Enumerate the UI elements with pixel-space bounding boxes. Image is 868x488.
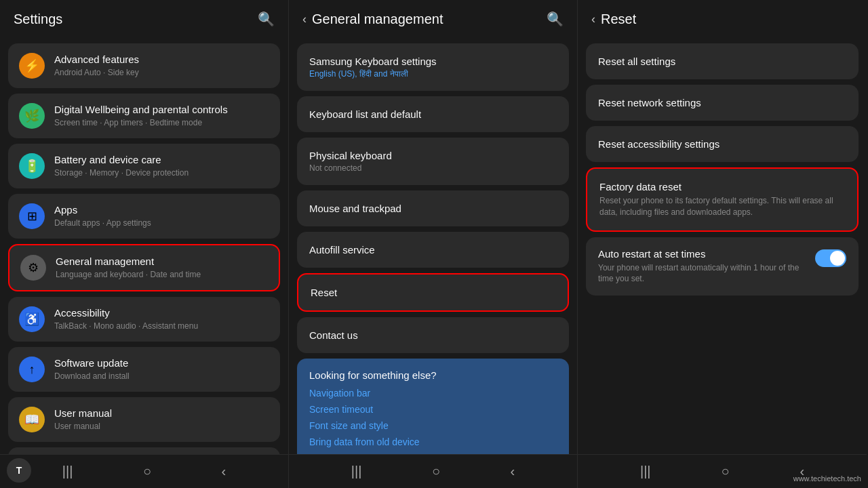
- samsung-keyboard-title: Samsung Keyboard settings: [309, 56, 557, 67]
- sidebar-item-advanced-features[interactable]: ⚡ Advanced features Android Auto · Side …: [8, 43, 280, 88]
- sidebar-item-user-manual[interactable]: 📖 User manual User manual: [8, 397, 280, 442]
- watermark: www.techietech.tech: [793, 474, 861, 483]
- factory-reset-subtitle: Reset your phone to its factory default …: [599, 195, 845, 218]
- accessibility-subtitle: TalkBack · Mono audio · Assistant menu: [54, 321, 269, 332]
- left-panel: Settings 🔍 ⚡ Advanced features Android A…: [0, 0, 289, 488]
- contact-us-title: Contact us: [309, 329, 557, 341]
- menu-item-autofill[interactable]: Autofill service: [297, 232, 569, 268]
- menu-item-physical-keyboard[interactable]: Physical keyboard Not connected: [297, 138, 569, 185]
- apps-title: Apps: [54, 203, 269, 217]
- site-logo: T: [7, 458, 31, 483]
- menu-item-samsung-keyboard[interactable]: Samsung Keyboard settings English (US), …: [297, 43, 569, 91]
- reset-item-reset-all[interactable]: Reset all settings: [586, 43, 859, 79]
- reset-item-reset-network[interactable]: Reset network settings: [586, 85, 859, 121]
- reset-item-reset-accessibility[interactable]: Reset accessibility settings: [586, 126, 859, 162]
- digital-wellbeing-icon: 🌿: [19, 103, 45, 129]
- sidebar-item-general-management[interactable]: ⚙ General management Language and keyboa…: [8, 244, 280, 291]
- left-panel-header: Settings 🔍: [0, 0, 288, 38]
- sidebar-item-battery[interactable]: 🔋 Battery and device care Storage · Memo…: [8, 144, 280, 188]
- general-management-title: General management: [56, 255, 268, 268]
- suggestion-link-2[interactable]: Font size and style: [309, 420, 557, 431]
- accessibility-icon: ♿: [19, 306, 45, 332]
- reset-item-factory-reset[interactable]: Factory data reset Reset your phone to i…: [586, 167, 859, 232]
- sidebar-item-software-update[interactable]: ↑ Software update Download and install: [8, 347, 280, 392]
- middle-nav-bar: ||| ○ ‹: [289, 454, 577, 488]
- mouse-trackpad-title: Mouse and trackpad: [309, 203, 557, 214]
- auto-restart-title: Auto restart at set times: [598, 248, 807, 260]
- right-nav-home-icon[interactable]: ○: [721, 464, 729, 479]
- battery-title: Battery and device care: [54, 153, 269, 167]
- general-management-icon: ⚙: [20, 255, 46, 281]
- middle-panel: ‹ General management 🔍 Samsung Keyboard …: [289, 0, 578, 488]
- advanced-features-icon: ⚡: [19, 53, 45, 79]
- middle-panel-content: Samsung Keyboard settings English (US), …: [289, 38, 577, 454]
- menu-item-mouse-trackpad[interactable]: Mouse and trackpad: [297, 190, 569, 226]
- left-panel-content: ⚡ Advanced features Android Auto · Side …: [0, 38, 288, 454]
- left-panel-title: Settings: [14, 12, 62, 27]
- nav-back-icon[interactable]: ‹: [222, 464, 226, 479]
- middle-nav-recent-icon[interactable]: |||: [351, 464, 362, 479]
- physical-keyboard-subtitle: Not connected: [309, 163, 557, 173]
- right-panel-content: Reset all settings Reset network setting…: [578, 38, 867, 454]
- accessibility-title: Accessibility: [54, 306, 269, 320]
- user-manual-icon: 📖: [19, 407, 45, 432]
- suggestion-title: Looking for something else?: [309, 369, 557, 381]
- general-management-subtitle: Language and keyboard · Date and time: [56, 270, 268, 281]
- left-nav-bar: ||| ○ ‹: [0, 454, 288, 488]
- keyboard-list-title: Keyboard list and default: [309, 108, 557, 120]
- right-back-button[interactable]: ‹: [591, 12, 595, 26]
- right-nav-bar: ||| ○ ‹: [578, 454, 867, 488]
- reset-title: Reset: [311, 287, 555, 298]
- middle-panel-header: ‹ General management 🔍: [289, 0, 577, 38]
- suggestion-link-1[interactable]: Screen timeout: [309, 404, 557, 415]
- advanced-features-subtitle: Android Auto · Side key: [54, 68, 269, 79]
- user-manual-title: User manual: [54, 407, 269, 420]
- battery-subtitle: Storage · Memory · Device protection: [54, 168, 269, 179]
- software-update-subtitle: Download and install: [54, 371, 269, 382]
- factory-reset-title: Factory data reset: [599, 181, 845, 192]
- apps-icon: ⊞: [19, 203, 45, 229]
- apps-subtitle: Default apps · App settings: [54, 218, 269, 229]
- right-panel-title: Reset: [601, 12, 636, 27]
- middle-nav-back-icon[interactable]: ‹: [511, 464, 515, 479]
- user-manual-subtitle: User manual: [54, 422, 269, 432]
- sidebar-item-apps[interactable]: ⊞ Apps Default apps · App settings: [8, 194, 280, 239]
- suggestion-link-0[interactable]: Navigation bar: [309, 388, 557, 399]
- digital-wellbeing-subtitle: Screen time · App timers · Bedtime mode: [54, 118, 269, 129]
- menu-item-contact-us[interactable]: Contact us: [297, 317, 569, 353]
- auto-restart-toggle[interactable]: [815, 249, 846, 267]
- auto-restart-item: Auto restart at set times Your phone wil…: [586, 237, 859, 296]
- toggle-knob: [830, 251, 845, 266]
- right-panel-header: ‹ Reset: [578, 0, 867, 38]
- reset-network-title: Reset network settings: [598, 97, 846, 108]
- nav-recent-icon[interactable]: |||: [62, 464, 73, 479]
- advanced-features-title: Advanced features: [54, 53, 269, 66]
- auto-restart-subtitle: Your phone will restart automatically wi…: [598, 262, 807, 285]
- battery-icon: 🔋: [19, 153, 45, 179]
- samsung-keyboard-subtitle: English (US), हिंदी and नेपाली: [309, 69, 557, 79]
- sidebar-item-accessibility[interactable]: ♿ Accessibility TalkBack · Mono audio · …: [8, 297, 280, 342]
- physical-keyboard-title: Physical keyboard: [309, 150, 557, 161]
- middle-back-button[interactable]: ‹: [302, 12, 307, 26]
- nav-home-icon[interactable]: ○: [143, 464, 151, 479]
- autofill-title: Autofill service: [309, 244, 557, 256]
- reset-all-title: Reset all settings: [598, 56, 846, 67]
- digital-wellbeing-title: Digital Wellbeing and parental controls: [54, 103, 269, 117]
- reset-accessibility-title: Reset accessibility settings: [598, 138, 846, 150]
- suggestion-box: Looking for something else?Navigation ba…: [297, 359, 569, 454]
- sidebar-item-remote-support[interactable]: 💬 Remote support Remote support: [8, 447, 280, 454]
- suggestion-link-3[interactable]: Bring data from old device: [309, 436, 557, 447]
- middle-search-icon[interactable]: 🔍: [547, 11, 564, 27]
- sidebar-item-digital-wellbeing[interactable]: 🌿 Digital Wellbeing and parental control…: [8, 94, 280, 138]
- middle-panel-title: General management: [312, 12, 443, 27]
- menu-item-keyboard-list[interactable]: Keyboard list and default: [297, 96, 569, 132]
- middle-nav-home-icon[interactable]: ○: [432, 464, 440, 479]
- menu-item-reset[interactable]: Reset: [297, 273, 569, 312]
- right-panel: ‹ Reset Reset all settings Reset network…: [578, 0, 867, 488]
- search-icon[interactable]: 🔍: [258, 11, 275, 27]
- software-update-icon: ↑: [19, 357, 45, 382]
- software-update-title: Software update: [54, 357, 269, 370]
- right-nav-recent-icon[interactable]: |||: [640, 464, 651, 479]
